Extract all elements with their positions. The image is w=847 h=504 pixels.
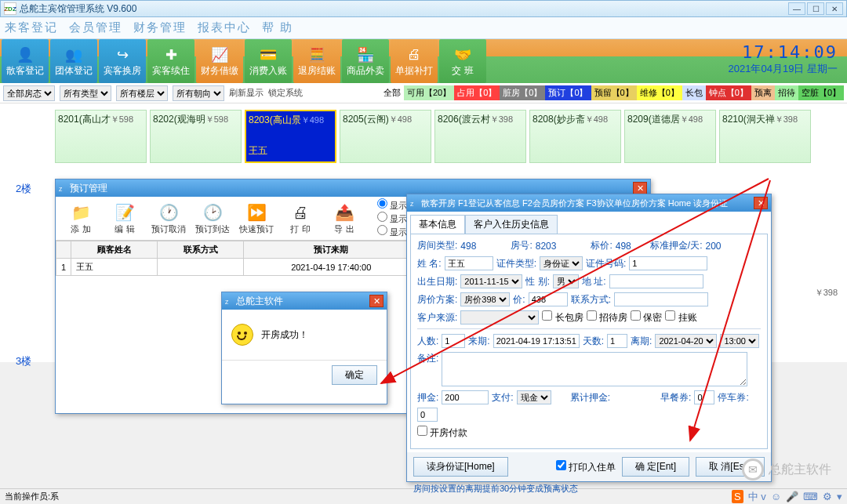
tool-退房结账[interactable]: 🧮退房结账 <box>293 39 340 83</box>
dob-input[interactable]: 2011-11-15 <box>460 274 522 288</box>
chk-invite[interactable]: 招待房 <box>587 310 627 325</box>
message-dialog: Z 总舵主软件 ✕ 开房成功！ 确定 <box>221 292 387 404</box>
chk-longstay[interactable]: 长包房 <box>542 310 583 325</box>
breakfast-input[interactable] <box>694 390 714 404</box>
addr-input[interactable] <box>609 274 703 288</box>
arrive-input[interactable] <box>493 334 580 348</box>
tool-宾客换房[interactable]: ↪宾客换房 <box>99 39 146 83</box>
source-select[interactable] <box>460 310 539 325</box>
message-ok-button[interactable]: 确定 <box>332 365 377 385</box>
filter-orient[interactable]: 所有朝向 <box>173 85 224 101</box>
readid-button[interactable]: 读身份证[Home] <box>413 457 508 477</box>
room-card[interactable]: 8209(道德居￥498 <box>624 110 716 163</box>
name-input[interactable] <box>445 256 493 270</box>
legend-item[interactable]: 维修【0】 <box>637 85 682 100</box>
tool-icon: 🏪 <box>356 45 375 64</box>
menu-member[interactable]: 会员管理 <box>69 20 122 35</box>
message-title: 总舵主软件 <box>236 295 283 308</box>
idno-input[interactable] <box>629 256 707 270</box>
btool-预订到达[interactable]: 🕑预订到达 <box>194 201 231 235</box>
message-titlebar[interactable]: Z 总舵主软件 ✕ <box>222 292 387 310</box>
tray-icon[interactable]: ⚙ <box>823 491 832 502</box>
tool-单据补打[interactable]: 🖨单据补打 <box>391 39 438 83</box>
tray-icon[interactable]: ⌨ <box>803 491 818 502</box>
chk-paynow[interactable]: 开房付款 <box>417 426 467 440</box>
maximize-button[interactable]: ☐ <box>807 2 824 15</box>
legend-item[interactable]: 预离 <box>751 85 775 100</box>
menu-report[interactable]: 报表中心 <box>198 20 251 35</box>
room-card[interactable]: 8208(妙步斋￥498 <box>529 110 621 163</box>
legend-item[interactable]: 钟点【0】 <box>706 85 751 100</box>
tray-icon[interactable]: ▾ <box>837 491 842 502</box>
idtype-select[interactable]: 身份证 <box>540 256 583 270</box>
chk-secret[interactable]: 保密 <box>631 310 662 325</box>
room-card[interactable]: 8205(云阁)￥498 <box>340 110 431 163</box>
minimize-button[interactable]: — <box>788 2 805 15</box>
legend-item[interactable]: 占用【0】 <box>454 85 500 100</box>
leave-date[interactable]: 2021-04-20 <box>655 334 717 348</box>
room-card[interactable]: 8206(渡云村￥398 <box>434 110 526 163</box>
legend-item[interactable]: 长包 <box>682 85 706 100</box>
checkin-titlebar[interactable]: Z 散客开房 F1登记从客信息 F2会员房价方案 F3协议单位房价方案 Home… <box>407 194 771 212</box>
tray-icon[interactable]: 🎤 <box>786 491 798 502</box>
legend-item[interactable]: 全部 <box>380 85 404 100</box>
room-card[interactable]: 8201(高山才￥598 <box>55 110 147 163</box>
legend-item[interactable]: 预订【0】 <box>545 85 591 100</box>
checkin-close-icon[interactable]: ✕ <box>754 197 768 209</box>
app-icon: Z <box>59 183 70 194</box>
btool-快速预订[interactable]: ⏩快速预订 <box>238 201 275 235</box>
btool-编 辑[interactable]: 📝编 辑 <box>106 201 144 235</box>
tool-消费入账[interactable]: 💳消费入账 <box>245 39 292 83</box>
checkin-hint: 房间按设置的离期提前30分钟变成预离状态 <box>407 481 771 496</box>
tool-交  班[interactable]: 🤝交 班 <box>439 39 486 83</box>
menu-guest[interactable]: 来客登记 <box>5 20 58 35</box>
tool-宾客续住[interactable]: ✚宾客续住 <box>147 39 194 83</box>
sex-select[interactable]: 男 <box>553 274 579 288</box>
leave-time[interactable]: 13:00 <box>720 334 759 348</box>
legend-item[interactable]: 脏房【0】 <box>500 85 545 100</box>
remark-input[interactable] <box>442 352 747 386</box>
contact-input[interactable] <box>614 292 708 306</box>
btool-添 加[interactable]: 📁添 加 <box>62 201 100 235</box>
days-input[interactable] <box>607 334 627 348</box>
btool-打 印[interactable]: 🖨打 印 <box>282 201 319 235</box>
legend-item[interactable]: 预留【0】 <box>591 85 637 100</box>
btool-预订取消[interactable]: 🕐预订取消 <box>150 201 187 235</box>
room-card[interactable]: 8202(观海明￥598 <box>150 110 242 163</box>
close-button[interactable]: ✕ <box>826 2 843 15</box>
legend-item[interactable]: 招待 <box>775 85 798 100</box>
deposit-input[interactable] <box>442 390 489 404</box>
price-input[interactable] <box>529 292 568 306</box>
plan-select[interactable]: 房价398 <box>460 292 510 306</box>
room-card[interactable]: 8203(高山景￥498王五 <box>245 110 336 163</box>
tool-商品外卖[interactable]: 🏪商品外卖 <box>342 39 389 83</box>
paytype-select[interactable]: 现金 <box>517 390 551 404</box>
lock-button[interactable]: 锁定系统 <box>268 87 303 99</box>
tool-财务借缴[interactable]: 📈财务借缴 <box>196 39 243 83</box>
booking-title: 预订管理 <box>70 182 107 195</box>
filter-type[interactable]: 所有类型 <box>60 85 111 101</box>
app-titlebar: ZDZ 总舵主宾馆管理系统 V9.600 — ☐ ✕ <box>0 0 847 17</box>
room-card[interactable]: 8210(洞天禅￥398 <box>719 110 811 163</box>
parking-input[interactable] <box>417 408 438 422</box>
menu-help[interactable]: 帮 助 <box>262 20 293 35</box>
btool-导 出[interactable]: 📤导 出 <box>325 201 363 235</box>
tray-icon[interactable]: ☺ <box>771 491 781 502</box>
legend-item[interactable]: 空脏【0】 <box>798 85 844 100</box>
tab-basic[interactable]: 基本信息 <box>410 215 465 234</box>
message-close-icon[interactable]: ✕ <box>369 295 384 307</box>
tool-团体登记[interactable]: 👥团体登记 <box>50 39 97 83</box>
people-input[interactable] <box>442 334 465 348</box>
chk-print[interactable]: 打印入住单 <box>556 460 616 474</box>
booking-close-icon[interactable]: ✕ <box>633 182 647 194</box>
filter-status[interactable]: 全部房态 <box>3 85 55 101</box>
tool-散客登记[interactable]: 👤散客登记 <box>2 39 49 83</box>
menu-finance[interactable]: 财务管理 <box>133 20 187 35</box>
chk-hold[interactable]: 挂账 <box>665 310 696 325</box>
ok-button[interactable]: 确 定[Ent] <box>622 457 689 477</box>
tab-history[interactable]: 客户入住历史信息 <box>465 215 558 234</box>
filter-floor[interactable]: 所有楼层 <box>116 85 168 101</box>
legend-item[interactable]: 可用【20】 <box>404 85 454 100</box>
refresh-button[interactable]: 刷新显示 <box>229 87 264 99</box>
tool-icon: 📈 <box>210 45 229 64</box>
